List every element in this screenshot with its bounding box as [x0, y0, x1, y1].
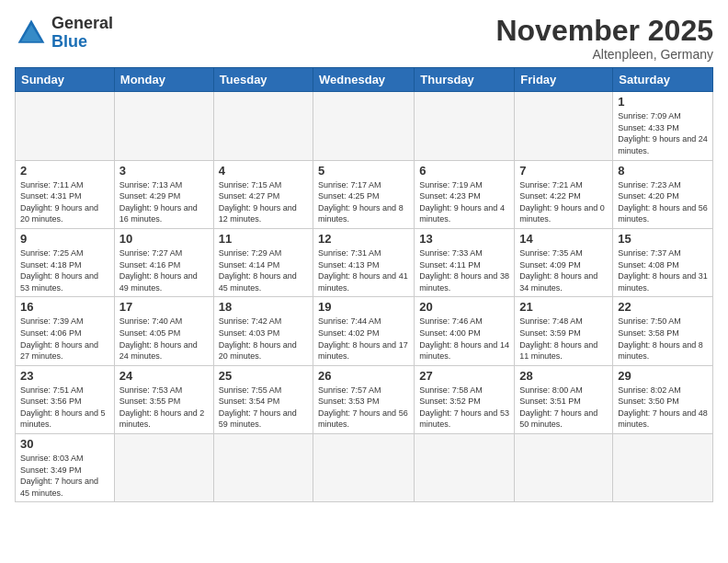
day-info: Sunrise: 7:27 AM Sunset: 4:16 PM Dayligh… — [119, 247, 209, 293]
day-cell: 11Sunrise: 7:29 AM Sunset: 4:14 PM Dayli… — [213, 228, 313, 296]
day-number: 11 — [219, 232, 308, 246]
weekday-header-saturday: Saturday — [613, 68, 713, 92]
calendar-table: SundayMondayTuesdayWednesdayThursdayFrid… — [15, 67, 713, 502]
day-number: 4 — [219, 164, 308, 178]
day-info: Sunrise: 7:37 AM Sunset: 4:08 PM Dayligh… — [618, 247, 708, 293]
day-cell: 8Sunrise: 7:23 AM Sunset: 4:20 PM Daylig… — [613, 160, 713, 228]
day-cell: 26Sunrise: 7:57 AM Sunset: 3:53 PM Dayli… — [313, 365, 415, 433]
day-cell: 2Sunrise: 7:11 AM Sunset: 4:31 PM Daylig… — [16, 160, 115, 228]
day-number: 28 — [519, 369, 608, 383]
weekday-header-row: SundayMondayTuesdayWednesdayThursdayFrid… — [16, 68, 713, 92]
day-info: Sunrise: 7:57 AM Sunset: 3:53 PM Dayligh… — [318, 385, 409, 431]
day-cell: 24Sunrise: 7:53 AM Sunset: 3:55 PM Dayli… — [114, 365, 213, 433]
day-info: Sunrise: 7:11 AM Sunset: 4:31 PM Dayligh… — [20, 179, 109, 225]
day-info: Sunrise: 7:55 AM Sunset: 3:54 PM Dayligh… — [219, 385, 308, 431]
day-cell: 7Sunrise: 7:21 AM Sunset: 4:22 PM Daylig… — [515, 160, 613, 228]
day-number: 22 — [618, 300, 708, 314]
day-number: 5 — [318, 164, 409, 178]
week-row-3: 9Sunrise: 7:25 AM Sunset: 4:18 PM Daylig… — [16, 228, 713, 296]
day-cell: 27Sunrise: 7:58 AM Sunset: 3:52 PM Dayli… — [415, 365, 515, 433]
day-info: Sunrise: 7:15 AM Sunset: 4:27 PM Dayligh… — [219, 179, 308, 225]
location-subtitle: Altenpleen, Germany — [495, 47, 713, 62]
week-row-5: 23Sunrise: 7:51 AM Sunset: 3:56 PM Dayli… — [16, 365, 713, 433]
weekday-header-monday: Monday — [114, 68, 213, 92]
day-cell: 28Sunrise: 8:00 AM Sunset: 3:51 PM Dayli… — [515, 365, 613, 433]
day-info: Sunrise: 8:00 AM Sunset: 3:51 PM Dayligh… — [519, 385, 608, 431]
day-cell: 20Sunrise: 7:46 AM Sunset: 4:00 PM Dayli… — [415, 297, 515, 365]
day-cell — [114, 434, 213, 502]
day-cell — [415, 434, 515, 502]
page: GeneralBlue November 2025 Altenpleen, Ge… — [0, 0, 728, 563]
day-number: 9 — [20, 232, 109, 246]
day-cell: 22Sunrise: 7:50 AM Sunset: 3:58 PM Dayli… — [613, 297, 713, 365]
day-cell — [213, 92, 313, 160]
day-cell: 16Sunrise: 7:39 AM Sunset: 4:06 PM Dayli… — [16, 297, 115, 365]
day-cell: 21Sunrise: 7:48 AM Sunset: 3:59 PM Dayli… — [515, 297, 613, 365]
day-info: Sunrise: 7:50 AM Sunset: 3:58 PM Dayligh… — [618, 316, 708, 362]
day-number: 6 — [419, 164, 509, 178]
day-number: 21 — [519, 300, 608, 314]
day-info: Sunrise: 7:53 AM Sunset: 3:55 PM Dayligh… — [119, 385, 209, 431]
day-info: Sunrise: 7:19 AM Sunset: 4:23 PM Dayligh… — [419, 179, 509, 225]
weekday-header-tuesday: Tuesday — [213, 68, 313, 92]
day-cell — [515, 434, 613, 502]
week-row-2: 2Sunrise: 7:11 AM Sunset: 4:31 PM Daylig… — [16, 160, 713, 228]
day-cell: 19Sunrise: 7:44 AM Sunset: 4:02 PM Dayli… — [313, 297, 415, 365]
week-row-1: 1Sunrise: 7:09 AM Sunset: 4:33 PM Daylig… — [16, 92, 713, 160]
day-number: 13 — [419, 232, 509, 246]
day-cell — [313, 434, 415, 502]
day-info: Sunrise: 7:25 AM Sunset: 4:18 PM Dayligh… — [20, 247, 109, 293]
day-info: Sunrise: 7:40 AM Sunset: 4:05 PM Dayligh… — [119, 316, 209, 362]
day-cell: 17Sunrise: 7:40 AM Sunset: 4:05 PM Dayli… — [114, 297, 213, 365]
header: GeneralBlue November 2025 Altenpleen, Ge… — [15, 15, 713, 62]
day-info: Sunrise: 7:13 AM Sunset: 4:29 PM Dayligh… — [119, 179, 209, 225]
day-cell: 30Sunrise: 8:03 AM Sunset: 3:49 PM Dayli… — [16, 434, 115, 502]
weekday-header-friday: Friday — [515, 68, 613, 92]
title-block: November 2025 Altenpleen, Germany — [495, 15, 713, 62]
day-info: Sunrise: 7:39 AM Sunset: 4:06 PM Dayligh… — [20, 316, 109, 362]
day-cell: 1Sunrise: 7:09 AM Sunset: 4:33 PM Daylig… — [613, 92, 713, 160]
day-cell: 25Sunrise: 7:55 AM Sunset: 3:54 PM Dayli… — [213, 365, 313, 433]
week-row-4: 16Sunrise: 7:39 AM Sunset: 4:06 PM Dayli… — [16, 297, 713, 365]
day-info: Sunrise: 7:33 AM Sunset: 4:11 PM Dayligh… — [419, 247, 509, 293]
logo: GeneralBlue — [15, 15, 113, 52]
day-cell: 5Sunrise: 7:17 AM Sunset: 4:25 PM Daylig… — [313, 160, 415, 228]
day-cell — [16, 92, 115, 160]
day-cell: 15Sunrise: 7:37 AM Sunset: 4:08 PM Dayli… — [613, 228, 713, 296]
day-number: 17 — [119, 300, 209, 314]
day-cell — [213, 434, 313, 502]
day-info: Sunrise: 7:31 AM Sunset: 4:13 PM Dayligh… — [318, 247, 409, 293]
day-info: Sunrise: 7:42 AM Sunset: 4:03 PM Dayligh… — [219, 316, 308, 362]
day-info: Sunrise: 8:02 AM Sunset: 3:50 PM Dayligh… — [618, 385, 708, 431]
day-info: Sunrise: 7:17 AM Sunset: 4:25 PM Dayligh… — [318, 179, 409, 225]
day-number: 3 — [119, 164, 209, 178]
day-cell: 12Sunrise: 7:31 AM Sunset: 4:13 PM Dayli… — [313, 228, 415, 296]
day-number: 24 — [119, 369, 209, 383]
day-number: 16 — [20, 300, 109, 314]
week-row-6: 30Sunrise: 8:03 AM Sunset: 3:49 PM Dayli… — [16, 434, 713, 502]
day-cell: 13Sunrise: 7:33 AM Sunset: 4:11 PM Dayli… — [415, 228, 515, 296]
day-number: 25 — [219, 369, 308, 383]
logo-icon — [15, 17, 48, 50]
day-number: 10 — [119, 232, 209, 246]
day-number: 15 — [618, 232, 708, 246]
day-number: 23 — [20, 369, 109, 383]
day-cell — [114, 92, 213, 160]
day-info: Sunrise: 7:51 AM Sunset: 3:56 PM Dayligh… — [20, 385, 109, 431]
day-number: 30 — [20, 437, 109, 451]
day-cell: 3Sunrise: 7:13 AM Sunset: 4:29 PM Daylig… — [114, 160, 213, 228]
day-cell — [613, 434, 713, 502]
day-number: 29 — [618, 369, 708, 383]
day-cell: 18Sunrise: 7:42 AM Sunset: 4:03 PM Dayli… — [213, 297, 313, 365]
day-info: Sunrise: 7:29 AM Sunset: 4:14 PM Dayligh… — [219, 247, 308, 293]
day-number: 7 — [519, 164, 608, 178]
day-number: 2 — [20, 164, 109, 178]
logo-text: GeneralBlue — [51, 15, 113, 52]
day-number: 26 — [318, 369, 409, 383]
day-number: 19 — [318, 300, 409, 314]
day-number: 27 — [419, 369, 509, 383]
day-cell: 14Sunrise: 7:35 AM Sunset: 4:09 PM Dayli… — [515, 228, 613, 296]
day-info: Sunrise: 7:46 AM Sunset: 4:00 PM Dayligh… — [419, 316, 509, 362]
day-info: Sunrise: 7:21 AM Sunset: 4:22 PM Dayligh… — [519, 179, 608, 225]
day-cell — [313, 92, 415, 160]
